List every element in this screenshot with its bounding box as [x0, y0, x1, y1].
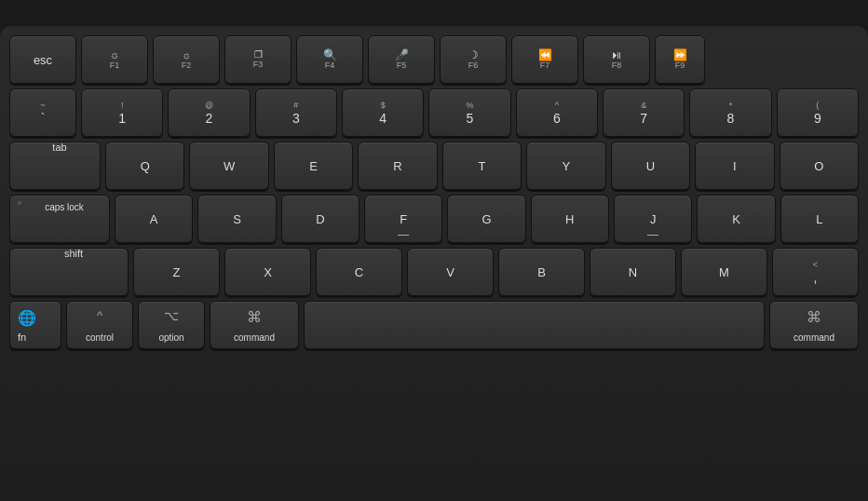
key-m[interactable]: M: [681, 248, 767, 296]
key-d[interactable]: D: [281, 195, 359, 243]
key-tilde[interactable]: ~ `: [9, 88, 76, 137]
asdf-key-row: caps lock A S D F G H J K L: [9, 195, 859, 243]
command-left-icon: ⌘: [247, 308, 262, 326]
key-1[interactable]: ! 1: [81, 88, 163, 137]
key-control[interactable]: ^ control: [66, 301, 133, 349]
key-f5[interactable]: 🎤 F5: [368, 35, 435, 84]
key-i[interactable]: I: [695, 142, 774, 190]
key-9[interactable]: ( 9: [777, 88, 859, 137]
key-f[interactable]: F: [364, 195, 442, 243]
key-2[interactable]: @ 2: [168, 88, 250, 137]
keyboard: esc ☼ F1 ☼︎ F2 ❐ F3 🔍 F4 🎤 F5 ☽ F6 ⏪ F7: [0, 26, 868, 501]
key-b[interactable]: B: [498, 248, 585, 296]
key-q[interactable]: Q: [105, 142, 184, 190]
key-f1[interactable]: ☼ F1: [81, 35, 148, 84]
key-l[interactable]: L: [780, 195, 859, 243]
key-t[interactable]: T: [442, 142, 522, 190]
number-key-row: ~ ` ! 1 @ 2 # 3 $ 4: [9, 88, 859, 137]
key-e[interactable]: E: [274, 142, 353, 190]
key-6[interactable]: ^ 6: [516, 88, 598, 137]
key-f8[interactable]: ⏯ F8: [583, 35, 650, 84]
key-space[interactable]: [304, 301, 765, 349]
globe-icon: 🌐: [18, 309, 36, 327]
key-7[interactable]: & 7: [603, 88, 685, 137]
key-y[interactable]: Y: [526, 142, 605, 190]
caps-lock-indicator: [18, 201, 21, 205]
key-f3[interactable]: ❐ F3: [224, 35, 292, 84]
option-icon: ⌥: [164, 308, 179, 323]
key-5[interactable]: % 5: [428, 88, 510, 137]
key-j[interactable]: J: [614, 195, 692, 243]
f-bump: [398, 235, 409, 236]
key-z[interactable]: Z: [133, 248, 220, 296]
key-v[interactable]: V: [407, 248, 494, 296]
key-c[interactable]: C: [316, 248, 402, 296]
bottom-key-row: 🌐 fn ^ control ⌥ option ⌘ command ⌘ comm…: [9, 301, 859, 349]
key-fn[interactable]: 🌐 fn: [9, 301, 61, 349]
key-g[interactable]: G: [447, 195, 525, 243]
key-8[interactable]: * 8: [689, 88, 771, 137]
key-esc[interactable]: esc: [9, 35, 76, 84]
key-f6[interactable]: ☽ F6: [440, 35, 507, 84]
key-n[interactable]: N: [590, 248, 676, 296]
qwerty-key-row: tab Q W E R T Y U I O: [9, 142, 859, 190]
key-f4[interactable]: 🔍 F4: [296, 35, 363, 84]
key-o[interactable]: O: [780, 142, 859, 190]
key-r[interactable]: R: [358, 142, 437, 190]
key-command-right[interactable]: ⌘ command: [769, 301, 859, 349]
key-f7[interactable]: ⏪ F7: [511, 35, 578, 84]
fn-key-row: esc ☼ F1 ☼︎ F2 ❐ F3 🔍 F4 🎤 F5 ☽ F6 ⏪ F7: [9, 35, 859, 84]
key-shift-left[interactable]: shift: [9, 248, 129, 296]
key-k[interactable]: K: [697, 195, 775, 243]
command-right-icon: ⌘: [807, 308, 821, 326]
key-command-left[interactable]: ⌘ command: [210, 301, 299, 349]
key-s[interactable]: S: [197, 195, 276, 243]
key-caps-lock[interactable]: caps lock: [9, 195, 110, 243]
zxcv-key-row: shift Z X C V B N M < ,: [9, 248, 859, 296]
key-tab[interactable]: tab: [9, 142, 101, 190]
key-f9[interactable]: ⏩ F9: [655, 35, 705, 84]
key-w[interactable]: W: [189, 142, 268, 190]
key-x[interactable]: X: [224, 248, 311, 296]
j-bump: [647, 235, 658, 236]
key-4[interactable]: $ 4: [342, 88, 424, 137]
key-a[interactable]: A: [115, 195, 193, 243]
key-u[interactable]: U: [611, 142, 690, 190]
key-comma[interactable]: < ,: [772, 248, 859, 296]
key-h[interactable]: H: [531, 195, 609, 243]
control-icon: ^: [97, 308, 102, 322]
key-option[interactable]: ⌥ option: [138, 301, 205, 349]
key-f2[interactable]: ☼︎ F2: [153, 35, 220, 84]
key-3[interactable]: # 3: [255, 88, 337, 137]
